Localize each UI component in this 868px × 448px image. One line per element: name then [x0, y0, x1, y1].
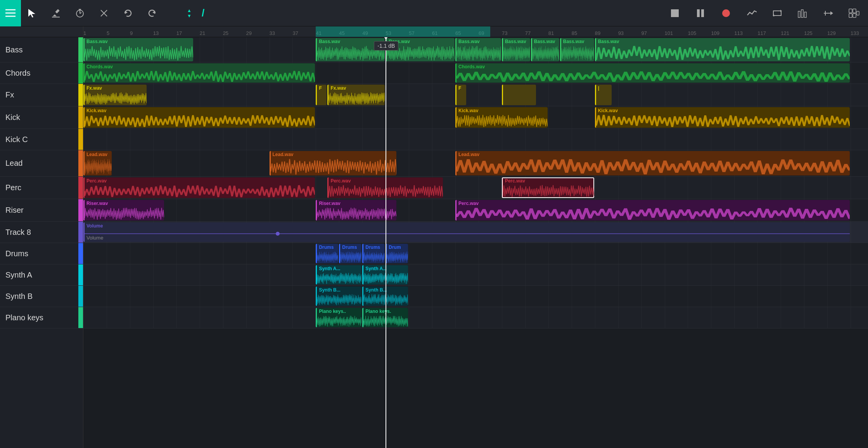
- send-button[interactable]: [819, 4, 838, 23]
- pattern-button[interactable]: [845, 4, 863, 23]
- track-label-perc[interactable]: Perc: [0, 177, 83, 199]
- cursor-tool-button[interactable]: [23, 5, 40, 22]
- clip[interactable]: Fx.wav: [83, 85, 147, 105]
- clip[interactable]: VolumeVolume: [83, 222, 850, 242]
- grid-line: [153, 243, 154, 264]
- svg-rect-17: [701, 9, 704, 17]
- grid-line: [572, 84, 572, 106]
- track-label-bass[interactable]: Bass: [0, 37, 83, 63]
- clip[interactable]: Bass.wav: [316, 38, 385, 61]
- track-label-riser[interactable]: Riser: [0, 199, 83, 222]
- grid-line: [246, 37, 247, 62]
- clip[interactable]: Drums: [316, 244, 338, 263]
- clip[interactable]: Synth B...: [362, 287, 408, 306]
- track-row-perc[interactable]: Perc.wavPerc.wavPerc.wav: [83, 177, 868, 199]
- track-label-plano-keys[interactable]: Plano keys: [0, 307, 83, 328]
- track-label-kick-c[interactable]: Kick C: [0, 129, 83, 150]
- ruler-mark: 85: [572, 30, 577, 36]
- clip[interactable]: Bass.wav: [455, 38, 501, 61]
- clip[interactable]: Kick.wav: [83, 107, 315, 128]
- stop-button[interactable]: [666, 4, 684, 23]
- clip[interactable]: Perc.wav: [502, 177, 594, 198]
- track-name: Plano keys: [5, 313, 43, 322]
- track-row-track-8[interactable]: VolumeVolume: [83, 222, 868, 243]
- track-row-chords[interactable]: Chords.wavChords.wav: [83, 63, 868, 84]
- grid-line: [455, 177, 456, 199]
- clip[interactable]: Drum: [386, 244, 408, 263]
- track-row-plano-keys[interactable]: Plano keys..Plano keys.: [83, 307, 868, 328]
- track-label-fx[interactable]: Fx: [0, 84, 83, 106]
- clip[interactable]: |: [595, 85, 612, 105]
- clip[interactable]: Drums: [339, 244, 361, 263]
- clip[interactable]: Perc.wav: [83, 177, 315, 198]
- clip[interactable]: Lead.wav: [455, 151, 850, 175]
- loop-range: [316, 26, 490, 37]
- track-label-chords[interactable]: Chords: [0, 63, 83, 84]
- clip[interactable]: Perc.wav: [327, 177, 443, 198]
- waveform-svg: [387, 251, 408, 263]
- track-row-drums[interactable]: DrumsDrumsDrumsDrum: [83, 243, 868, 264]
- automation-point[interactable]: [276, 232, 280, 236]
- pause-button[interactable]: [691, 4, 710, 23]
- track-row-kick[interactable]: Kick.wavKick.wavKick.wav: [83, 106, 868, 129]
- clip[interactable]: F: [316, 85, 327, 105]
- loop-button[interactable]: [768, 4, 787, 23]
- grid-line: [339, 106, 339, 128]
- clip[interactable]: F: [455, 85, 466, 105]
- track-label-header: [0, 26, 83, 37]
- clip[interactable]: Bass.wav: [386, 38, 455, 61]
- clip[interactable]: Riser.wav: [316, 200, 396, 221]
- clip[interactable]: Synth B...: [316, 287, 361, 306]
- clip[interactable]: Plano keys.: [362, 308, 408, 327]
- pencil-tool-button[interactable]: [47, 5, 64, 22]
- record-button[interactable]: [717, 4, 735, 23]
- track-label-synth-b[interactable]: Synth B: [0, 286, 83, 307]
- clip[interactable]: Kick.wav: [595, 107, 850, 128]
- automation-button[interactable]: [742, 4, 761, 23]
- track-row-riser[interactable]: Riser.wavRiser.wavPerc.wav: [83, 199, 868, 222]
- clip[interactable]: Plano keys..: [316, 308, 361, 327]
- clip[interactable]: [502, 85, 536, 105]
- clip[interactable]: Bass.wav: [531, 38, 559, 61]
- timer-button[interactable]: [71, 5, 88, 22]
- clip[interactable]: Chords.wav: [455, 63, 850, 83]
- track-row-lead[interactable]: Lead.wavLead.wavLead.wav: [83, 150, 868, 177]
- waveform-svg: [85, 207, 164, 221]
- clip[interactable]: Riser.wav: [83, 200, 164, 221]
- clip[interactable]: Synth A...: [316, 265, 361, 285]
- clip[interactable]: Fx.wav: [327, 85, 385, 105]
- track-label-synth-a[interactable]: Synth A: [0, 264, 83, 286]
- track-label-track-8[interactable]: Track 8: [0, 222, 83, 243]
- track-row-synth-b[interactable]: Synth B...Synth B...: [83, 286, 868, 307]
- clip[interactable]: Bass.wav: [560, 38, 594, 61]
- clip[interactable]: Bass.wav: [595, 38, 850, 61]
- track-row-bass[interactable]: Bass.wavBass.wavBass.wavBass.wavBass.wav…: [83, 37, 868, 63]
- mixer-button[interactable]: [794, 4, 812, 23]
- clip-label: Perc.wav: [505, 178, 525, 184]
- menu-button[interactable]: [0, 0, 21, 26]
- track-row-kick-c[interactable]: [83, 129, 868, 150]
- bpm-arrows[interactable]: ▲ ▼: [187, 8, 192, 19]
- grid-line: [781, 264, 781, 285]
- clip[interactable]: Kick.wav: [455, 107, 548, 128]
- track-label-kick[interactable]: Kick: [0, 106, 83, 129]
- grid-line: [153, 84, 154, 106]
- clip[interactable]: Chords.wav: [83, 63, 315, 83]
- track-row-fx[interactable]: Fx.wavFFx.wavF|: [83, 84, 868, 106]
- track-row-synth-a[interactable]: Synth A...Synth A...: [83, 264, 868, 286]
- track-label-lead[interactable]: Lead: [0, 150, 83, 177]
- clip[interactable]: Drums: [362, 244, 385, 263]
- clip[interactable]: Perc.wav: [455, 200, 850, 221]
- grid-line: [757, 177, 758, 199]
- redo-button[interactable]: [144, 5, 161, 22]
- clip[interactable]: Lead.wav: [83, 151, 112, 175]
- grid-line: [432, 307, 432, 328]
- waveform-svg: [503, 45, 530, 61]
- clip[interactable]: Bass.wav: [502, 38, 530, 61]
- track-label-drums[interactable]: Drums: [0, 243, 83, 264]
- clip[interactable]: Bass.wav: [83, 38, 193, 61]
- cut-tool-button[interactable]: [95, 5, 112, 22]
- undo-button[interactable]: [119, 5, 137, 22]
- clip[interactable]: Synth A...: [362, 265, 408, 285]
- clip[interactable]: Lead.wav: [270, 151, 397, 175]
